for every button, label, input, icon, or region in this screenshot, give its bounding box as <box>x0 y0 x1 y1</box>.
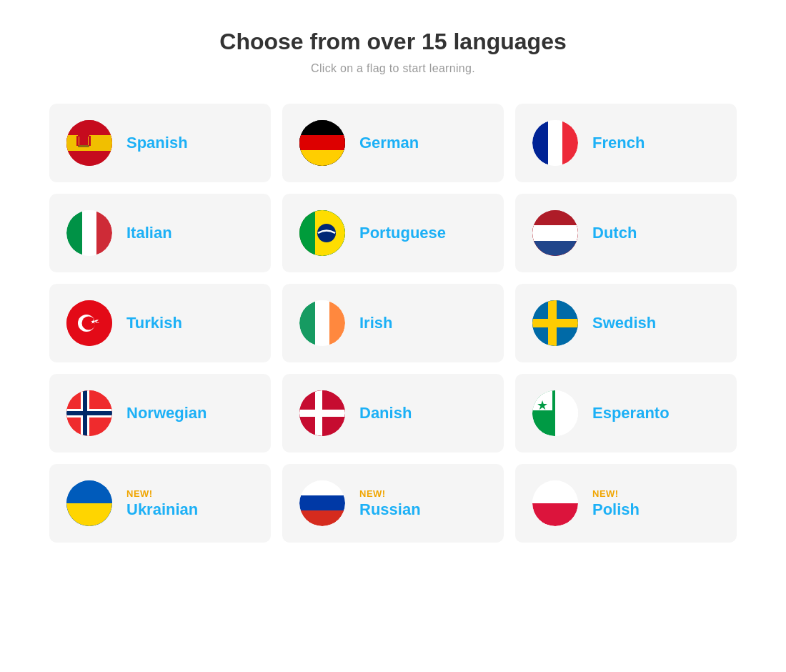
svg-rect-63 <box>66 503 112 526</box>
language-card-irish[interactable]: Irish <box>282 284 504 362</box>
esperanto-label-wrap: Esperanto <box>592 404 670 423</box>
norwegian-label-wrap: Norwegian <box>126 404 207 423</box>
polish-label-wrap: NEW! Polish <box>592 488 640 519</box>
flag-dutch <box>532 210 578 256</box>
svg-rect-10 <box>299 135 345 150</box>
flag-russian <box>299 480 345 526</box>
language-card-polish[interactable]: NEW! Polish <box>515 464 737 543</box>
russian-label-wrap: NEW! Russian <box>359 488 421 519</box>
svg-rect-70 <box>532 503 578 526</box>
svg-rect-49 <box>66 411 112 415</box>
language-card-portuguese[interactable]: Portuguese <box>282 194 504 272</box>
svg-rect-19 <box>96 210 112 256</box>
ukrainian-name: Ukrainian <box>126 500 198 519</box>
portuguese-name: Portuguese <box>359 224 446 242</box>
language-card-italian[interactable]: Italian <box>49 194 271 272</box>
language-card-ukrainian[interactable]: NEW! Ukrainian <box>49 464 271 543</box>
polish-new-badge: NEW! <box>592 488 640 499</box>
danish-label-wrap: Danish <box>359 404 412 423</box>
spanish-label-wrap: Spanish <box>126 134 188 152</box>
language-card-german[interactable]: German <box>282 104 504 182</box>
portuguese-label-wrap: Portuguese <box>359 224 446 242</box>
svg-rect-3 <box>66 151 112 156</box>
svg-text:★: ★ <box>537 398 548 412</box>
flag-polish <box>532 480 578 526</box>
irish-name: Irish <box>359 314 392 332</box>
italian-label-wrap: Italian <box>126 224 172 242</box>
flag-spanish <box>66 120 112 166</box>
flag-ukrainian <box>66 480 112 526</box>
flag-danish <box>299 390 345 436</box>
danish-name: Danish <box>359 404 412 423</box>
french-label-wrap: French <box>592 134 645 152</box>
language-card-turkish[interactable]: Turkish <box>49 284 271 362</box>
ukrainian-new-badge: NEW! <box>126 488 198 499</box>
turkish-label-wrap: Turkish <box>126 314 182 332</box>
svg-rect-6 <box>78 145 89 147</box>
polish-name: Polish <box>592 500 640 519</box>
svg-rect-4 <box>79 135 88 147</box>
german-name: German <box>359 134 419 152</box>
french-name: French <box>592 134 645 152</box>
language-card-dutch[interactable]: Dutch <box>515 194 737 272</box>
svg-rect-66 <box>299 495 345 510</box>
flag-italian <box>66 210 112 256</box>
swedish-label-wrap: Swedish <box>592 314 656 332</box>
flag-norwegian <box>66 390 112 436</box>
flag-swedish <box>532 300 578 346</box>
svg-rect-11 <box>299 150 345 166</box>
svg-rect-17 <box>66 210 82 256</box>
dutch-label-wrap: Dutch <box>592 224 637 242</box>
svg-rect-8 <box>89 136 91 146</box>
norwegian-name: Norwegian <box>126 404 207 423</box>
turkish-name: Turkish <box>126 314 182 332</box>
language-card-norwegian[interactable]: Norwegian <box>49 374 271 453</box>
language-card-french[interactable]: French <box>515 104 737 182</box>
swedish-name: Swedish <box>592 314 656 332</box>
flag-esperanto: ★ <box>532 390 578 436</box>
svg-rect-7 <box>76 136 79 146</box>
spanish-name: Spanish <box>126 134 188 152</box>
language-card-danish[interactable]: Danish <box>282 374 504 453</box>
language-card-russian[interactable]: NEW! Russian <box>282 464 504 543</box>
esperanto-name: Esperanto <box>592 404 670 423</box>
page-title: Choose from over 15 languages <box>219 29 566 55</box>
language-card-spanish[interactable]: Spanish <box>49 104 271 182</box>
svg-rect-13 <box>532 120 548 166</box>
svg-rect-39 <box>329 300 345 346</box>
svg-rect-43 <box>532 319 578 327</box>
svg-rect-5 <box>78 134 89 137</box>
svg-rect-28 <box>532 241 578 256</box>
flag-portuguese <box>299 210 345 256</box>
svg-rect-18 <box>82 210 96 256</box>
language-grid: Spanish German <box>49 104 737 543</box>
flag-irish <box>299 300 345 346</box>
svg-rect-27 <box>532 225 578 241</box>
svg-rect-14 <box>548 120 562 166</box>
svg-rect-15 <box>562 120 578 166</box>
svg-rect-53 <box>299 410 345 417</box>
svg-rect-67 <box>299 510 345 526</box>
language-card-swedish[interactable]: Swedish <box>515 284 737 362</box>
page-subtitle: Click on a flag to start learning. <box>311 62 475 75</box>
svg-rect-2 <box>66 130 112 135</box>
language-card-esperanto[interactable]: ★ Esperanto <box>515 374 737 453</box>
flag-german <box>299 120 345 166</box>
svg-rect-37 <box>299 300 315 346</box>
ukrainian-label-wrap: NEW! Ukrainian <box>126 488 198 519</box>
flag-french <box>532 120 578 166</box>
svg-rect-38 <box>315 300 329 346</box>
russian-name: Russian <box>359 500 421 519</box>
italian-name: Italian <box>126 224 172 242</box>
russian-new-badge: NEW! <box>359 488 421 499</box>
svg-point-32 <box>82 317 96 330</box>
flag-turkish <box>66 300 112 346</box>
german-label-wrap: German <box>359 134 419 152</box>
svg-point-23 <box>317 224 336 242</box>
dutch-name: Dutch <box>592 224 637 242</box>
irish-label-wrap: Irish <box>359 314 392 332</box>
